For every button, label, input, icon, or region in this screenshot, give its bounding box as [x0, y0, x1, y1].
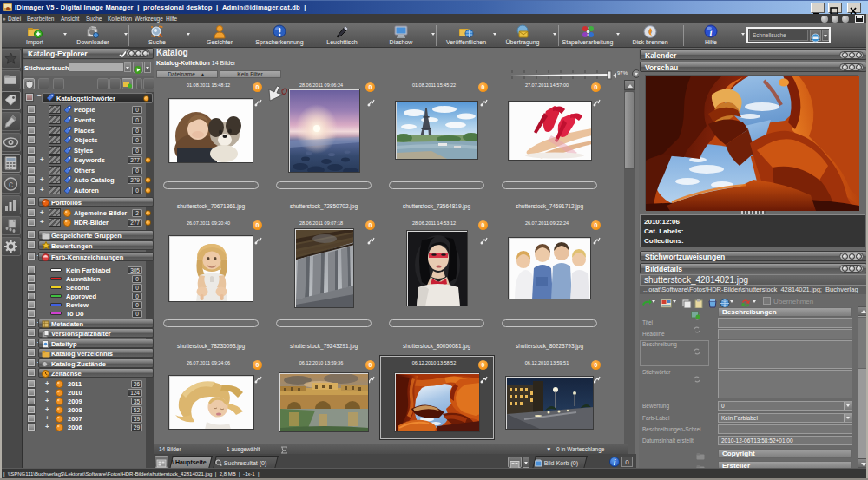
svg-text:c: c — [9, 180, 13, 189]
